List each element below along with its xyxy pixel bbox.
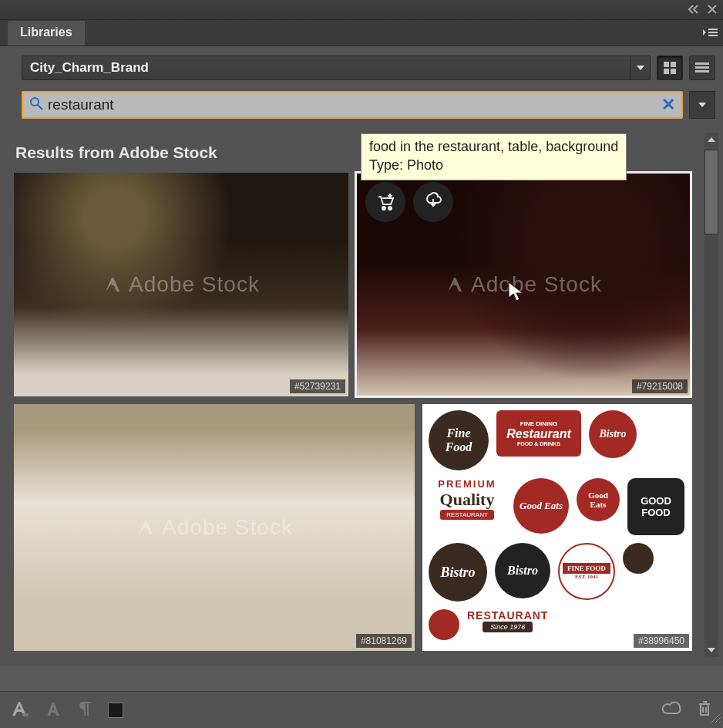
stock-id-badge: #79215008 [632,379,688,393]
list-view-button[interactable] [689,56,715,80]
library-dropdown[interactable]: City_Charm_Brand [22,56,651,80]
watermark: Adobe Stock [103,272,260,297]
results-area: food in the restaurant, table, backgroun… [0,126,723,666]
trash-icon[interactable] [697,700,712,720]
svg-rect-13 [22,713,29,716]
stock-id-badge: #81081269 [356,634,412,648]
panel-tab-row: Libraries [0,20,723,46]
close-panel-icon[interactable] [708,3,717,17]
search-filter-dropdown[interactable] [689,91,715,119]
chevron-down-icon [630,56,650,79]
clear-search-icon[interactable]: ✕ [661,95,675,115]
svg-rect-2 [708,35,718,36]
svg-rect-1 [708,32,718,33]
grid-view-button[interactable] [657,56,683,80]
character-style-icon[interactable] [11,700,29,720]
svg-rect-3 [664,62,669,67]
add-to-cart-button[interactable] [365,182,405,222]
search-input[interactable] [48,96,657,113]
svg-point-11 [382,207,385,210]
result-thumbnail[interactable]: Adobe Stock #81081269 [14,404,415,651]
svg-rect-8 [695,66,709,69]
scroll-up-icon[interactable] [705,133,718,147]
tooltip-line1: food in the restaurant, table, backgroun… [369,137,618,156]
cursor-icon [507,281,524,305]
color-swatch-icon[interactable] [108,703,123,718]
search-icon [29,96,43,113]
search-row: ✕ [0,85,723,126]
svg-rect-0 [708,29,718,30]
results-grid: Adobe Stock #52739231 [14,173,700,651]
svg-rect-7 [695,62,709,65]
thumbnail-actions [365,182,453,222]
scroll-down-icon[interactable] [705,643,718,657]
thumbnail-tooltip: food in the restaurant, table, backgroun… [361,133,627,180]
svg-rect-9 [695,70,709,72]
vertical-scrollbar[interactable] [705,133,718,657]
library-selector-row: City_Charm_Brand [0,46,723,85]
svg-point-12 [388,207,392,210]
stock-id-badge: #52739231 [290,379,345,393]
stock-image: Fine Food FINE DINING Restaurant FOOD & … [422,404,692,651]
collapse-panel-icon[interactable] [688,3,700,17]
resize-grip-icon[interactable] [711,713,721,726]
watermark: Adobe Stock [136,515,293,540]
scrollbar-thumb[interactable] [705,150,718,234]
text-style-icon[interactable] [45,700,62,720]
svg-rect-4 [671,62,676,67]
library-selected-name: City_Charm_Brand [30,60,149,76]
result-thumbnail[interactable]: Fine Food FINE DINING Restaurant FOOD & … [422,404,692,651]
svg-rect-6 [671,69,676,74]
download-preview-button[interactable] [413,182,453,222]
paragraph-style-icon[interactable] [77,700,92,720]
stock-id-badge: #38996450 [634,634,689,648]
svg-rect-5 [664,69,669,74]
creative-cloud-icon[interactable] [661,701,681,720]
tooltip-line2: Type: Photo [369,156,618,174]
panel-footer [0,691,723,728]
result-thumbnail[interactable]: Adobe Stock #52739231 [14,173,348,396]
search-box: ✕ [22,91,683,119]
result-thumbnail[interactable]: Adobe Stock #79215008 [356,173,691,396]
titlebar [0,0,723,20]
tab-libraries[interactable]: Libraries [8,21,85,46]
panel-flyout-menu-icon[interactable] [703,26,718,42]
svg-point-10 [31,98,39,106]
